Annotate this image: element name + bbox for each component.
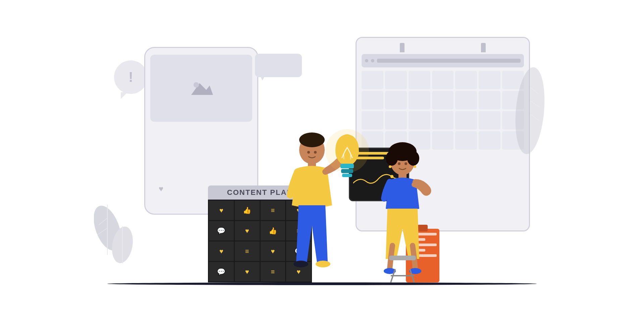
cp-cell: ≡: [235, 241, 260, 261]
cal-cell: [362, 91, 383, 109]
cal-cell: [385, 91, 407, 109]
main-scene: ! ♥: [87, 27, 557, 295]
exclamation-bubble: !: [114, 60, 148, 94]
cp-cell: ♥: [235, 262, 260, 281]
cal-cell: [409, 111, 430, 129]
image-icon: [188, 78, 215, 98]
cal-dot-2: [371, 59, 374, 62]
svg-point-15: [299, 132, 325, 147]
svg-point-19: [307, 151, 310, 154]
cal-cell: [455, 131, 477, 150]
cp-cell: 💬: [209, 262, 234, 281]
leaf-left-icon: [94, 201, 138, 268]
svg-point-17: [293, 261, 308, 267]
cal-cell: [479, 91, 500, 109]
svg-point-31: [390, 146, 400, 156]
leaf-right-icon: [513, 60, 547, 161]
svg-rect-24: [340, 164, 354, 168]
cal-cell: [385, 71, 407, 89]
svg-point-40: [398, 162, 400, 165]
ground-line: [107, 282, 537, 285]
cal-cell: [479, 111, 500, 129]
lightbulb-icon: [322, 127, 372, 188]
phone-image-area: [150, 55, 252, 122]
cal-cell: [409, 71, 430, 89]
cp-cell: 👍: [235, 201, 260, 220]
chat-bubble-bg: [255, 54, 302, 77]
svg-point-18: [316, 261, 330, 267]
cal-cell: [455, 91, 477, 109]
cal-cell: [362, 111, 383, 129]
cal-cell: [385, 111, 407, 129]
cal-cell: [409, 91, 430, 109]
cal-cell: [432, 111, 454, 129]
cal-dot-1: [365, 59, 368, 62]
calendar-pins: [362, 43, 524, 52]
svg-point-42: [389, 165, 391, 168]
svg-point-43: [414, 165, 416, 168]
calendar-header: [362, 54, 524, 67]
cal-cell: [455, 111, 477, 129]
cp-cell: 💬: [209, 221, 234, 240]
calendar-pin-right: [481, 43, 486, 52]
woman-character: [366, 142, 439, 282]
svg-point-41: [405, 162, 407, 165]
cal-cell: [432, 91, 454, 109]
svg-rect-25: [341, 169, 353, 173]
cp-cell: ♥: [235, 221, 260, 240]
cal-cell: [455, 71, 477, 89]
cp-cell: ♥: [209, 201, 234, 220]
cal-cell: [362, 71, 383, 89]
calendar-pin-left: [400, 43, 405, 52]
calendar-grid: [362, 71, 524, 150]
cal-cell: [479, 131, 500, 150]
phone-heart-icon: ♥: [159, 184, 163, 194]
svg-rect-39: [389, 256, 416, 260]
exclamation-icon: !: [128, 69, 133, 85]
svg-point-32: [405, 146, 415, 156]
svg-rect-26: [342, 174, 352, 177]
background-layer: ! ♥: [87, 27, 557, 295]
svg-point-20: [314, 151, 317, 154]
cal-cell: [479, 71, 500, 89]
svg-point-1: [194, 82, 199, 88]
cal-cell: [432, 71, 454, 89]
cp-cell: ♥: [209, 241, 234, 261]
